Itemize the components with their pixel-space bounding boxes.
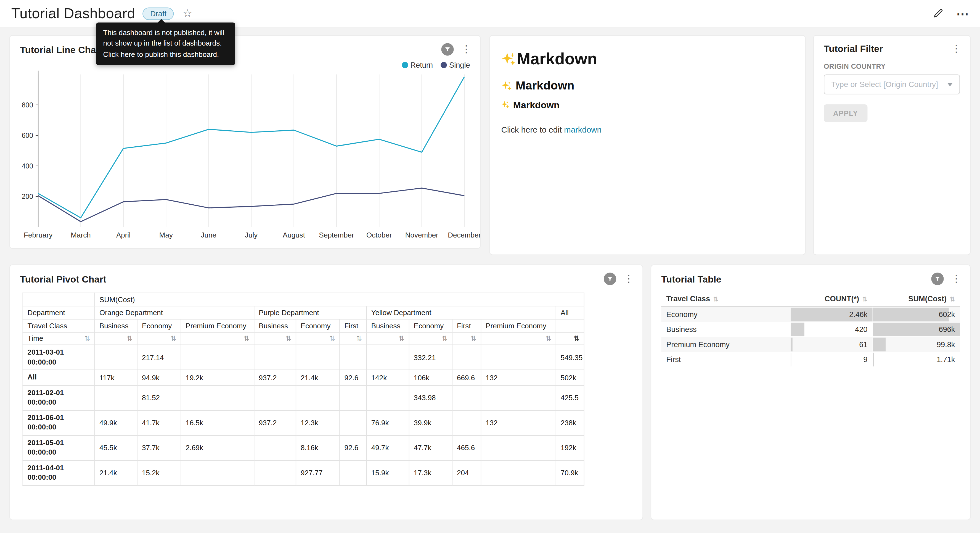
sort-icon[interactable]: ⇅ [285, 334, 291, 342]
pivot-cell: 937.2 [254, 410, 296, 435]
pivot-cell: 106k [409, 370, 452, 385]
kebab-menu-icon[interactable]: ⋮ [624, 274, 634, 284]
pivot-header-cell: 2011-05-01 00:00:00 [23, 435, 95, 460]
filter-indicator-icon[interactable] [604, 273, 616, 285]
origin-country-select[interactable]: Type or Select [Origin Country] [824, 74, 960, 94]
sort-icon[interactable]: ⇅ [170, 334, 177, 342]
pivot-cell: 16.5k [181, 410, 254, 435]
pivot-cell: 8.16k [296, 435, 340, 460]
sort-icon[interactable]: ⇅ [399, 334, 404, 342]
filter-indicator-icon[interactable] [931, 273, 943, 285]
sort-icon[interactable]: ⇅ [127, 334, 132, 342]
line-chart[interactable]: 200400600800FebruaryMarchAprilMayJuneJul… [10, 66, 480, 247]
pivot-cell [340, 410, 367, 435]
pivot-cell: 425.5 [556, 385, 584, 410]
publish-tooltip[interactable]: This dashboard is not published, it will… [96, 22, 235, 65]
pivot-cell: 2.69k [181, 435, 254, 460]
pivot-header-cell: Economy [137, 319, 181, 332]
pivot-cell [340, 460, 367, 485]
sort-icon[interactable]: ⇅ [84, 334, 90, 342]
pivot-cell: 142k [367, 370, 409, 385]
card-title: Tutorial Table [661, 274, 721, 284]
pivot-header-cell: Economy [409, 319, 452, 332]
svg-text:March: March [71, 231, 91, 239]
markdown-footer: Click here to edit markdown [501, 125, 794, 134]
sort-icon[interactable]: ⇅ [470, 334, 476, 342]
line-chart-card: Tutorial Line Chart ⋮ ReturnSingle 20040… [10, 36, 480, 248]
filter-indicator-icon[interactable] [441, 43, 453, 56]
cell-count: 61 [790, 337, 873, 352]
column-header[interactable]: Travel Class⇅ [661, 291, 790, 306]
pivot-header-cell: Premium Economy [181, 319, 254, 332]
card-title: Tutorial Pivot Chart [20, 274, 106, 284]
pivot-cell: 49.9k [95, 410, 137, 435]
svg-text:February: February [24, 231, 52, 239]
sparkles-icon [501, 52, 516, 67]
column-header[interactable]: SUM(Cost)⇅ [873, 291, 960, 306]
sort-icon[interactable]: ⇅ [329, 334, 335, 342]
value-bar [791, 322, 805, 337]
card-title: Tutorial Line Chart [20, 44, 102, 55]
svg-text:April: April [116, 231, 130, 239]
pivot-cell: 45.5k [95, 435, 137, 460]
pivot-header-cell: ⇅ [296, 332, 340, 345]
pivot-cell: 549.35 [556, 345, 584, 370]
pivot-cell: 19.2k [181, 370, 254, 385]
sort-icon[interactable]: ⇅ [356, 334, 362, 342]
pivot-cell: 332.21 [409, 345, 452, 370]
draft-badge[interactable]: Draft [143, 7, 174, 20]
cell-travel-class: Economy [661, 307, 790, 322]
pivot-header-cell: 2011-02-01 00:00:00 [23, 385, 95, 410]
favorite-star-icon[interactable]: ☆ [183, 7, 192, 20]
pivot-cell: 15.9k [367, 460, 409, 485]
column-header[interactable]: COUNT(*)⇅ [790, 291, 873, 306]
sort-icon[interactable]: ⇅ [243, 334, 249, 342]
pivot-header-cell: Economy [296, 319, 340, 332]
svg-text:400: 400 [22, 162, 33, 170]
edit-pencil-icon[interactable] [933, 8, 943, 19]
card-header-icons: ⋮ [931, 273, 961, 285]
value-bar [873, 338, 886, 351]
pivot-cell: 12.3k [296, 410, 340, 435]
markdown-h3: Markdown [501, 99, 794, 110]
pivot-cell [481, 385, 556, 410]
svg-text:August: August [283, 231, 305, 239]
legend-item[interactable]: Single [440, 61, 470, 70]
apply-button[interactable]: APPLY [824, 104, 867, 122]
sparkles-icon [501, 101, 509, 109]
pivot-cell: 92.6 [340, 435, 367, 460]
value-bar [791, 353, 791, 367]
pivot-cell [95, 345, 137, 370]
pivot-cell [181, 345, 254, 370]
sort-icon[interactable]: ⇅ [546, 334, 551, 342]
pivot-cell: 21.4k [296, 370, 340, 385]
pivot-cell: 937.2 [254, 370, 296, 385]
header-actions: ⋯ [933, 8, 969, 19]
cell-sum: 99.8k [873, 337, 960, 352]
cell-count: 9 [790, 352, 873, 367]
result-table-body: Economy2.46k602kBusiness420696kPremium E… [661, 307, 960, 367]
cell-travel-class: First [661, 352, 790, 367]
svg-text:September: September [319, 231, 354, 239]
markdown-h3-text: Markdown [513, 99, 560, 110]
pivot-class-row: Travel ClassBusinessEconomyPremium Econo… [23, 319, 584, 332]
markdown-edit-link[interactable]: markdown [564, 125, 601, 134]
pivot-cell: 70.9k [556, 460, 584, 485]
pivot-header-cell: Travel Class [23, 319, 95, 332]
kebab-menu-icon[interactable]: ⋮ [951, 43, 961, 53]
markdown-h1: Markdown [501, 49, 794, 69]
kebab-menu-icon[interactable]: ⋮ [951, 274, 961, 284]
pivot-cell [181, 385, 254, 410]
pivot-cell [340, 345, 367, 370]
pivot-cell [481, 435, 556, 460]
pivot-cell: 76.9k [367, 410, 409, 435]
origin-country-label: ORIGIN COUNTRY [824, 62, 960, 70]
pivot-header-cell: All [23, 370, 95, 385]
legend-item[interactable]: Return [402, 61, 433, 70]
sort-icon[interactable]: ⇅ [442, 334, 447, 342]
sort-desc-icon[interactable]: ⇅ [574, 334, 579, 342]
more-menu-icon[interactable]: ⋯ [956, 10, 969, 17]
svg-text:May: May [159, 231, 173, 239]
kebab-menu-icon[interactable]: ⋮ [461, 45, 471, 54]
markdown-card: Markdown Markdown Markdown Click here to… [490, 36, 805, 254]
